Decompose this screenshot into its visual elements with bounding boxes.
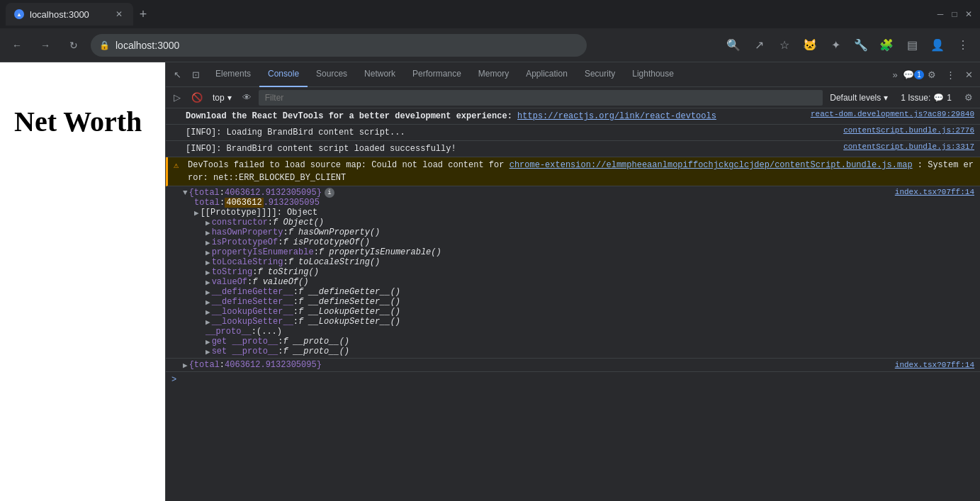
console-badge-icon[interactable]: 💬 1 [905,66,922,83]
line-icon [171,110,183,111]
block-button[interactable]: 🚫 [188,89,205,106]
warning-icon: ⚠ [174,159,185,171]
arrow[interactable]: ▶ [205,347,210,356]
obj2-source[interactable]: index.tsx?07ff:14 [895,361,974,369]
url-bar[interactable]: 🔒 localhost:3000 [91,34,587,57]
prop-colon: : [293,317,298,327]
prop-key: valueOf [212,277,247,287]
minimize-button[interactable]: ─ [935,9,946,20]
forward-button[interactable]: → [34,34,57,57]
info-button[interactable]: i [325,188,334,198]
arrow[interactable]: ▶ [205,278,210,287]
arrow[interactable]: ▶ [205,298,210,307]
prop-colon: : [252,267,257,277]
tab-application[interactable]: Application [517,62,576,87]
prop-val: f isPrototypeOf() [283,237,369,247]
search-icon[interactable]: 🔍 [722,34,745,57]
ext4-icon[interactable]: 🧩 [875,34,898,57]
obj2-arrow[interactable]: ▶ [183,361,188,370]
proto-arrow[interactable]: ▶ [194,208,199,218]
arrow[interactable]: ▶ [205,228,210,237]
prompt-symbol: > [171,375,176,385]
close-devtools-icon[interactable]: ✕ [960,66,977,83]
arrow[interactable]: ▶ [205,288,210,297]
address-bar: ← → ↻ 🔒 localhost:3000 🔍 ↗ ☆ 🐱 ✦ 🔧 🧩 ▤ 👤… [0,28,980,62]
close-button[interactable]: ✕ [963,9,974,20]
prop-val: f valueOf() [252,277,308,287]
ext3-icon[interactable]: 🔧 [850,34,872,57]
maximize-button[interactable]: □ [949,9,960,20]
prop-key: constructor [212,218,268,227]
issue-settings-icon[interactable]: ⚙ [960,89,977,106]
arrow[interactable]: ▶ [205,218,210,227]
definesetter-row: ▶ __defineSetter__ : f __defineSetter__(… [183,297,895,307]
obj1-source[interactable]: index.tsx?07ff:14 [895,188,974,196]
profile-icon[interactable]: 👤 [926,34,949,57]
tab-lighthouse[interactable]: Lighthouse [624,62,682,87]
console-toolbar: ▷ 🚫 top ▾ 👁 Default levels ▾ 1 Issue: 💬 … [166,87,980,108]
obj2-label: { [189,360,194,370]
new-tab-button[interactable]: + [133,4,153,24]
obj2-collapsed: ▶ { total : 4063612.9132305095 } index.t… [166,359,980,372]
eye-icon[interactable]: 👁 [239,89,256,106]
sidebar-icon[interactable]: ▤ [901,34,923,57]
arrow[interactable]: ▶ [205,258,210,267]
obj1-content: ▼ { total : 4063612.9132305095 } i total… [183,188,895,356]
arrow[interactable]: ▶ [205,238,210,247]
prop-val: f propertyIsEnumerable() [319,247,441,257]
tab-close-button[interactable]: ✕ [113,9,125,20]
expand-arrow[interactable]: ▼ [183,188,188,197]
tab-console[interactable]: Console [259,62,308,87]
active-tab[interactable]: ▲ localhost:3000 ✕ [6,3,133,26]
clear-console-button[interactable]: ▷ [169,89,186,106]
total-key: total [194,198,220,208]
window-controls: ─ □ ✕ [935,9,974,20]
bookmark-icon[interactable]: ☆ [773,34,796,57]
arrow[interactable]: ▶ [205,308,210,317]
more-tabs-icon[interactable]: » [886,66,903,83]
source-map-link[interactable]: chrome-extension://elmmpheeaanlmopiffoch… [509,160,913,170]
line-source[interactable]: contentScript.bundle.js:2776 [843,126,974,135]
prop-key: __defineSetter__ [212,297,293,307]
get-proto-row: ▶ get __proto__ : f __proto__() [183,337,895,347]
obj1-colon: : [220,188,225,198]
ext2-icon[interactable]: ✦ [824,34,847,57]
prop-val: f __LookupSetter__() [298,317,400,327]
tab-network[interactable]: Network [356,62,404,87]
tab-performance[interactable]: Performance [404,62,470,87]
tab-security[interactable]: Security [576,62,624,87]
warning-text: DevTools failed to load source map: Coul… [188,160,504,170]
default-levels-dropdown[interactable]: Default levels ▾ [826,91,892,104]
more-options-icon[interactable]: ⋮ [942,66,959,83]
back-button[interactable]: ← [6,34,28,57]
line-source[interactable]: contentScript.bundle.js:3317 [843,142,974,151]
extensions-icon[interactable]: 🐱 [799,34,821,57]
line-content: [INFO]: BrandBird content script loaded … [186,142,838,155]
console-warning-line: ⚠ DevTools failed to load source map: Co… [166,157,980,186]
page-content: Net Worth [0,62,165,501]
share-icon[interactable]: ↗ [748,34,770,57]
inspector-icon[interactable]: ⊡ [187,66,204,83]
arrow[interactable]: ▶ [205,248,210,257]
console-line: [INFO]: BrandBird content script loaded … [166,141,980,157]
arrow[interactable]: ▶ [205,337,210,347]
tab-memory[interactable]: Memory [470,62,517,87]
prop-val: f __defineGetter__() [298,287,400,297]
tab-label: localhost:3000 [30,9,89,20]
menu-icon[interactable]: ⋮ [952,34,974,57]
filter-input[interactable] [259,90,823,106]
cursor-icon[interactable]: ↖ [169,66,186,83]
prototype-label: [[Prototype]] [201,208,267,218]
arrow[interactable]: ▶ [205,317,210,327]
tab-sources[interactable]: Sources [308,62,356,87]
definegetter-row: ▶ __defineGetter__ : f __defineGetter__(… [183,287,895,297]
line-source[interactable]: react-dom.development.js?ac89:29840 [811,110,974,118]
reload-button[interactable]: ↻ [62,34,85,57]
obj1-header: ▼ { total : 4063612.9132305095 } i [183,188,895,198]
tab-elements[interactable]: Elements [207,62,259,87]
arrow[interactable]: ▶ [205,268,210,277]
prop-colon: : [283,257,288,267]
react-devtools-link[interactable]: https://reactjs.org/link/react-devtools [517,111,716,121]
context-selector[interactable]: top ▾ [208,91,236,104]
settings-icon[interactable]: ⚙ [923,66,940,83]
